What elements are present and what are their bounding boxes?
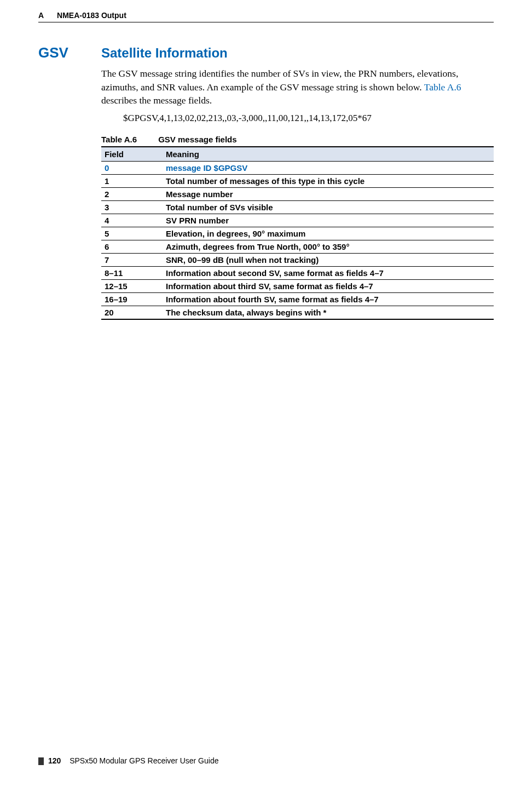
cell-field: 1	[101, 174, 163, 187]
page-footer: 120 SPSx50 Modular GPS Receiver User Gui…	[38, 756, 494, 765]
table-caption-title: GSV message fields	[158, 135, 236, 144]
table-header-row: Field Meaning	[101, 147, 494, 162]
section-heading-row: GSV Satellite Information	[38, 44, 494, 61]
cell-field: 5	[101, 227, 163, 240]
th-meaning: Meaning	[163, 147, 494, 162]
cell-field: 7	[101, 253, 163, 266]
cell-field: 16–19	[101, 292, 163, 306]
table-row: 8–11Information about second SV, same fo…	[101, 266, 494, 279]
page-number: 120	[48, 756, 61, 765]
body-block: The GSV message string identifies the nu…	[101, 67, 494, 320]
page: A NMEA-0183 Output GSV Satellite Informa…	[0, 0, 532, 787]
cell-field: 0	[101, 161, 163, 174]
page-header: A NMEA-0183 Output	[38, 11, 494, 22]
section-title: Satellite Information	[101, 45, 228, 61]
table-row: 7SNR, 00–99 dB (null when not tracking)	[101, 253, 494, 266]
table-row: 16–19Information about fourth SV, same f…	[101, 292, 494, 306]
table-caption-number: Table A.6	[101, 135, 156, 144]
cell-meaning: message ID $GPGSV	[163, 161, 494, 174]
cell-meaning: Message number	[163, 187, 494, 200]
footer-doc-title: SPSx50 Modular GPS Receiver User Guide	[70, 756, 218, 765]
table-row: 2Message number	[101, 187, 494, 200]
table-row: 20The checksum data, always begins with …	[101, 306, 494, 319]
table-ref-link[interactable]: Table A.6	[424, 82, 461, 93]
cell-meaning: Information about fourth SV, same format…	[163, 292, 494, 306]
example-string: $GPGSV,4,1,13,02,02,213,,03,-3,000,,11,0…	[123, 113, 494, 124]
table-row: 3Total number of SVs visible	[101, 200, 494, 214]
page-mark-icon	[38, 757, 44, 765]
cell-meaning: Azimuth, degrees from True North, 000° t…	[163, 240, 494, 253]
table-caption: Table A.6 GSV message fields	[101, 135, 494, 144]
cell-field: 3	[101, 200, 163, 214]
cell-meaning: SV PRN number	[163, 214, 494, 227]
table-row: 5Elevation, in degrees, 90° maximum	[101, 227, 494, 240]
header-section-title: NMEA-0183 Output	[57, 11, 126, 20]
table-row: 12–15Information about third SV, same fo…	[101, 279, 494, 292]
section-code: GSV	[38, 44, 101, 61]
table-row: 1Total number of messages of this type i…	[101, 174, 494, 187]
table-row: 6Azimuth, degrees from True North, 000° …	[101, 240, 494, 253]
table-row: 0message ID $GPGSV	[101, 161, 494, 174]
cell-meaning: The checksum data, always begins with *	[163, 306, 494, 319]
table-row: 4SV PRN number	[101, 214, 494, 227]
cell-meaning: Information about second SV, same format…	[163, 266, 494, 279]
header-appendix-letter: A	[38, 11, 44, 20]
cell-field: 20	[101, 306, 163, 319]
cell-meaning: Total number of messages of this type in…	[163, 174, 494, 187]
intro-text-pre: The GSV message string identifies the nu…	[101, 68, 458, 93]
cell-meaning: Total number of SVs visible	[163, 200, 494, 214]
cell-field: 2	[101, 187, 163, 200]
cell-field: 4	[101, 214, 163, 227]
cell-meaning: SNR, 00–99 dB (null when not tracking)	[163, 253, 494, 266]
cell-field: 8–11	[101, 266, 163, 279]
cell-field: 12–15	[101, 279, 163, 292]
intro-text-post: describes the message fields.	[101, 95, 212, 106]
th-field: Field	[101, 147, 163, 162]
cell-field: 6	[101, 240, 163, 253]
gsv-fields-table: Field Meaning 0message ID $GPGSV1Total n…	[101, 146, 494, 320]
cell-meaning: Elevation, in degrees, 90° maximum	[163, 227, 494, 240]
cell-meaning: Information about third SV, same format …	[163, 279, 494, 292]
intro-paragraph: The GSV message string identifies the nu…	[101, 67, 494, 107]
